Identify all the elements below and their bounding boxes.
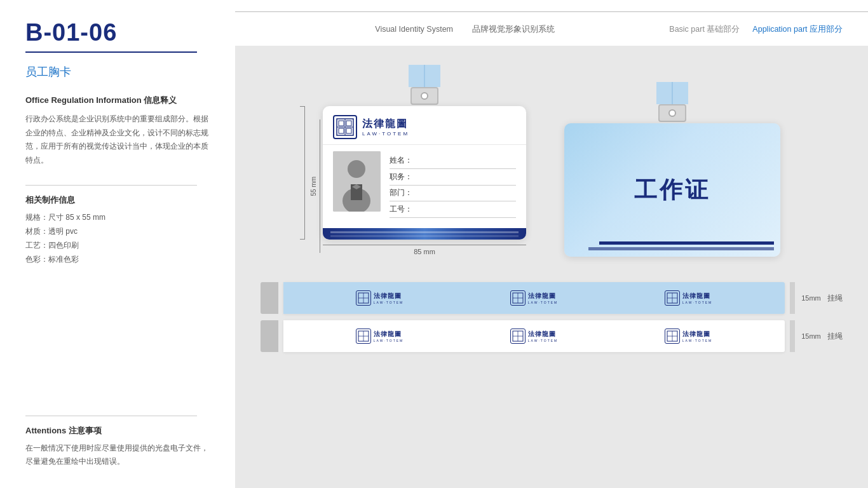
attention-title: Attentions 注意事项 <box>25 425 210 437</box>
page-title: 员工胸卡 <box>25 64 210 79</box>
left-panel: B-01-06 员工胸卡 Office Regulation Informati… <box>0 0 235 488</box>
info-material: 材质：透明 pvc <box>25 226 210 237</box>
vis-label: Visual Identity System <box>375 25 453 34</box>
mini-logo-text-3: 法律龍圖 LAW·TOTEM <box>682 292 712 304</box>
svg-point-8 <box>348 160 365 178</box>
work-badge: 工作证 <box>564 123 780 257</box>
lanyard-bar-white: 法律龍圖 LAW·TOTEM 法律龍圖 LAW·TOTEM <box>283 320 785 352</box>
mini-logo-icon-w1 <box>356 329 371 344</box>
logo-cn: 法律龍圖 <box>362 118 409 131</box>
lanyard-label-1: 挂绳 <box>827 293 843 304</box>
svg-rect-4 <box>346 128 351 133</box>
info-size: 规格：尺寸 85 x 55 mm <box>25 212 210 223</box>
lanyard-logo-1: 法律龍圖 LAW·TOTEM <box>356 290 403 306</box>
mini-logo-icon-2 <box>510 290 526 306</box>
divider-blue <box>25 51 197 53</box>
dim-line-h <box>323 245 526 245</box>
id-card-header: 法律龍圖 LAW·TOTEM <box>323 106 526 145</box>
info-title: 相关制作信息 <box>25 194 210 206</box>
card-clip-hole <box>421 92 428 100</box>
id-field-dept: 部门： <box>390 187 516 201</box>
mini-logo-icon-1 <box>356 290 371 306</box>
divider-gray-1 <box>25 185 197 186</box>
work-badge-title: 工作证 <box>634 175 710 206</box>
lanyard-logo-3: 法律龍圖 LAW·TOTEM <box>665 290 712 306</box>
page-code: B-01-06 <box>25 19 210 46</box>
header-right: Basic part 基础部分 Application part 应用部分 <box>669 24 843 35</box>
main-content: 55 mm <box>235 46 868 488</box>
right-tab-blue <box>790 282 795 314</box>
mini-logo-icon-w3 <box>665 329 680 344</box>
left-tab-blue <box>261 282 278 314</box>
person-photo <box>333 151 381 212</box>
lanyard-row-blue: 法律龍圖 LAW·TOTEM 法律龍圖 LAW·TOTEM <box>261 282 843 314</box>
logo-box: 法律龍圖 LAW·TOTEM <box>333 115 409 139</box>
dim-vertical-label: 55 mm <box>310 177 317 196</box>
basic-label: Basic part 基础部分 <box>669 24 740 35</box>
lanyard-logo-w3: 法律龍圖 LAW·TOTEM <box>665 329 712 344</box>
right-tab-white <box>790 320 795 352</box>
svg-rect-3 <box>339 128 344 133</box>
lanyard-logo-w1: 法律龍圖 LAW·TOTEM <box>356 329 403 344</box>
id-card: 法律龍圖 LAW·TOTEM <box>323 106 526 240</box>
info-color: 色彩：标准色彩 <box>25 254 210 265</box>
lanyard-label-2: 挂绳 <box>827 331 843 342</box>
badge-area: 55 mm <box>261 58 843 263</box>
divider-gray-2 <box>25 416 197 416</box>
header-top-line <box>235 11 868 12</box>
id-field-name: 姓名： <box>390 155 516 169</box>
svg-rect-2 <box>346 121 351 126</box>
right-panel: Visual Identity System 品牌视觉形象识别系统 Basic … <box>235 0 868 488</box>
logo-text: 法律龍圖 LAW·TOTEM <box>362 118 409 137</box>
id-field-job: 职务： <box>390 172 516 186</box>
lanyard-bar-blue: 法律龍圖 LAW·TOTEM 法律龍圖 LAW·TOTEM <box>283 282 785 314</box>
mini-logo-text-1: 法律龍圖 LAW·TOTEM <box>374 292 403 304</box>
lanyard-dim-1: 15mm <box>800 294 822 302</box>
left-tab-white <box>261 320 278 352</box>
svg-rect-1 <box>339 121 344 126</box>
mini-logo-text-w1: 法律龍圖 LAW·TOTEM <box>374 330 403 342</box>
brand-label: 品牌视觉形象识别系统 <box>472 24 555 35</box>
logo-icon <box>333 115 357 139</box>
logo-en: LAW·TOTEM <box>362 131 409 137</box>
lanyard-dim-2: 15mm <box>800 332 822 340</box>
regulation-body: 行政办公系统是企业识别系统中的重要组成部分。根据企业的特点、企业精神及企业文化，… <box>25 112 210 167</box>
attention-body: 在一般情况下使用时应尽量使用提供的光盘电子文件，尽量避免在重绘中出现错误。 <box>25 442 210 469</box>
lanyard-section: 法律龍圖 LAW·TOTEM 法律龍圖 LAW·TOTEM <box>261 282 843 352</box>
lanyard-logo-2: 法律龍圖 LAW·TOTEM <box>510 290 558 306</box>
header-center: Visual Identity System 品牌视觉形象识别系统 <box>261 24 669 35</box>
mini-logo-icon-3 <box>665 290 680 306</box>
id-field-num: 工号： <box>390 204 516 218</box>
top-header: Visual Identity System 品牌视觉形象识别系统 Basic … <box>235 0 868 46</box>
info-process: 工艺：四色印刷 <box>25 240 210 251</box>
dim-horizontal-label: 85 mm <box>414 248 435 255</box>
app-label: Application part 应用部分 <box>752 24 843 35</box>
card-footer <box>323 228 526 240</box>
mini-logo-text-w2: 法律龍圖 LAW·TOTEM <box>528 330 558 342</box>
work-clip-hole <box>668 109 676 117</box>
lanyard-row-white: 法律龍圖 LAW·TOTEM 法律龍圖 LAW·TOTEM <box>261 320 843 352</box>
mini-logo-text-2: 法律龍圖 LAW·TOTEM <box>528 292 558 304</box>
mini-logo-icon-w2 <box>510 329 526 344</box>
id-card-body: 姓名： 职务： 部门： 工号： <box>323 145 526 228</box>
lanyard-logo-w2: 法律龍圖 LAW·TOTEM <box>510 329 558 344</box>
id-fields: 姓名： 职务： 部门： 工号： <box>390 151 516 222</box>
regulation-title: Office Regulation Information 信息释义 <box>25 95 210 106</box>
header-bottom: Visual Identity System 品牌视觉形象识别系统 Basic … <box>235 13 868 46</box>
mini-logo-text-w3: 法律龍圖 LAW·TOTEM <box>682 330 712 342</box>
